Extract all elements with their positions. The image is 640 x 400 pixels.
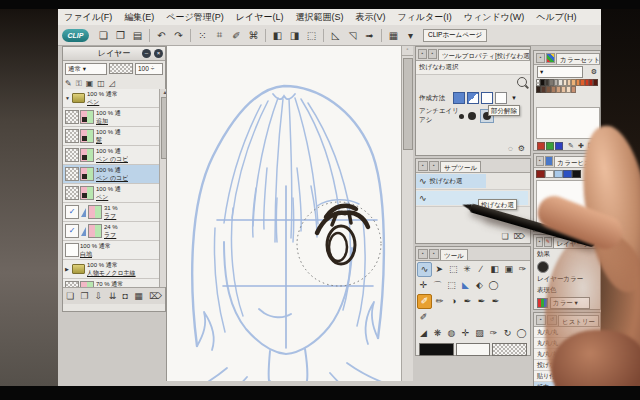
ruler-tool[interactable]: ◣ xyxy=(459,279,472,292)
layer-row[interactable]: 100 % 通髪 xyxy=(63,127,159,146)
layer-color-thumbnail[interactable] xyxy=(88,224,102,238)
color-swatch-transparent[interactable] xyxy=(492,343,527,356)
draft-check-icon[interactable]: ✓ xyxy=(65,205,79,219)
menu-item-4[interactable]: 選択範囲(S) xyxy=(289,11,349,24)
layer-thumbnail[interactable] xyxy=(65,186,79,200)
layer-row[interactable]: 100 % 通ペン のコピ xyxy=(63,146,159,165)
color-set-tab[interactable]: カラーセット xyxy=(556,53,600,64)
blend-tool[interactable]: ◍ xyxy=(445,327,458,340)
transform-icon[interactable]: ⌗ xyxy=(211,27,228,44)
tool-property-tab[interactable]: ツールプロパティ[投げなわ選択] xyxy=(438,49,530,60)
redo-icon[interactable]: ↷ xyxy=(170,27,187,44)
canvas-scroll-thumb[interactable] xyxy=(403,58,413,150)
clip-homepage-button[interactable]: CLIPホームページ xyxy=(423,29,487,42)
antialias-none-icon[interactable] xyxy=(459,114,464,119)
layer-color-thumbnail[interactable] xyxy=(80,148,94,162)
color-swatch-main[interactable] xyxy=(419,343,454,356)
deselect-icon[interactable]: ⁙ xyxy=(194,27,211,44)
layer-thumbnail[interactable] xyxy=(65,167,79,181)
custom-pen-tool[interactable]: ✐ xyxy=(417,311,430,324)
selection-tool[interactable]: ⬚ xyxy=(445,279,458,292)
transfer-icon[interactable]: ⇩ xyxy=(95,291,103,301)
select-source-icon[interactable]: ◫ xyxy=(97,79,105,88)
marker-tool[interactable]: ✐ xyxy=(417,294,432,309)
color-set-empty-list[interactable] xyxy=(536,107,600,139)
wrench-icon[interactable]: ⚙ xyxy=(591,68,597,76)
wrench-icon[interactable]: ⚙ xyxy=(518,144,525,153)
window-icon[interactable]: ▦ xyxy=(385,27,402,44)
edit-layer-icon[interactable]: ✎ xyxy=(65,79,72,88)
partial-clear-mode-icon[interactable] xyxy=(495,92,507,104)
merge-icon[interactable]: ⇊ xyxy=(109,291,117,301)
new-page-icon[interactable]: ❏ xyxy=(95,27,112,44)
menu-item-1[interactable]: 編集(E) xyxy=(118,11,160,24)
snap-ruler-icon[interactable]: ◺ xyxy=(327,27,344,44)
loupe-tool[interactable]: ◯ xyxy=(487,279,500,292)
add-color-icon[interactable]: ✚ xyxy=(578,142,584,150)
selection-launcher-icon[interactable]: ◌ xyxy=(508,144,513,153)
recent-color-swatch[interactable] xyxy=(537,142,545,150)
snap-perspective-icon[interactable]: ◹ xyxy=(344,27,361,44)
line-tool[interactable]: ∕ xyxy=(475,263,488,276)
history-color-swatch[interactable] xyxy=(572,170,581,178)
dock-icon[interactable]: ▪ xyxy=(536,237,543,247)
dock-icon[interactable]: ▪ xyxy=(536,156,544,166)
clip-logo[interactable]: CLIP xyxy=(62,29,89,42)
tool-panel-tab[interactable]: ツール xyxy=(440,249,468,260)
open-page-icon[interactable]: ❐ xyxy=(112,27,129,44)
menu-item-6[interactable]: フィルター(I) xyxy=(391,11,457,24)
ink-tool[interactable]: ◑ xyxy=(447,295,460,308)
undo-icon[interactable]: ↶ xyxy=(153,27,170,44)
pattern-swatch[interactable] xyxy=(109,63,133,74)
crosshair-tool[interactable]: ✛ xyxy=(417,279,430,292)
layer-row[interactable]: 100 % 通ペン のコピ xyxy=(63,165,159,184)
drawing-canvas[interactable] xyxy=(166,46,402,381)
layer-row[interactable]: ▶100 % 通常人物モノクロ主線 xyxy=(63,260,159,279)
pin-icon[interactable]: ➟ xyxy=(361,27,378,44)
gradient-tool[interactable]: ◧ xyxy=(488,263,501,276)
menu-item-8[interactable]: ヘルプ(H) xyxy=(530,11,582,24)
delete-layer-icon[interactable]: ⌦ xyxy=(149,291,162,301)
add-selection-mode-icon[interactable] xyxy=(467,92,479,104)
layer-thumbnail[interactable] xyxy=(65,110,79,124)
save-icon[interactable]: ▤ xyxy=(129,27,146,44)
layer-color-thumbnail[interactable] xyxy=(88,205,102,219)
color-swatch-sub[interactable] xyxy=(456,343,491,356)
text-tool[interactable]: ✑ xyxy=(487,327,500,340)
layer-color-thumbnail[interactable] xyxy=(80,186,94,200)
move-tool[interactable]: ➤ xyxy=(433,263,446,276)
rotate-tool[interactable]: ↻ xyxy=(501,327,514,340)
minimize-button[interactable]: – xyxy=(142,49,151,58)
maru-pen-tool[interactable]: ✒ xyxy=(475,295,488,308)
history-color-swatch[interactable] xyxy=(536,170,545,178)
ruler-visibility-icon[interactable]: ◿ xyxy=(109,79,115,88)
canvas-scrollbar[interactable]: ▫ xyxy=(401,46,413,381)
brush-tool[interactable]: ◢ xyxy=(417,327,430,340)
antialias-weak-icon[interactable] xyxy=(468,112,476,120)
recent-color-swatch[interactable] xyxy=(555,142,563,150)
layer-row[interactable]: ▼100 % 通常ペン xyxy=(63,89,159,108)
dropdown-arrow-icon[interactable]: ▾ xyxy=(402,27,419,44)
history-color-swatch[interactable] xyxy=(554,170,563,178)
layer-color-thumbnail[interactable] xyxy=(80,110,94,124)
history-color-swatch[interactable] xyxy=(563,170,572,178)
mask-icon[interactable]: ▦ xyxy=(134,291,143,301)
tone-tool[interactable]: ▨ xyxy=(473,327,486,340)
figure-tool[interactable]: ▣ xyxy=(502,263,515,276)
dock-icon[interactable]: ▪ xyxy=(418,249,428,259)
menu-item-5[interactable]: 表示(V) xyxy=(349,11,391,24)
copy-subtool-icon[interactable]: ❏ xyxy=(502,232,509,241)
menu-item-0[interactable]: ファイル(F) xyxy=(58,11,118,24)
new-selection-mode-icon[interactable] xyxy=(453,92,465,104)
scrollbar-collapse-button[interactable]: ▫ xyxy=(402,46,413,56)
menu-item-2[interactable]: ページ管理(P) xyxy=(160,11,229,24)
marquee-tool[interactable]: ⬚ xyxy=(447,263,460,276)
new-folder-icon[interactable]: ❐ xyxy=(81,291,89,301)
folder-expander[interactable]: ▼ xyxy=(65,95,72,101)
fill-icon[interactable]: ◘ xyxy=(123,291,128,301)
color-swatch[interactable] xyxy=(571,86,576,93)
layer-thumbnail[interactable] xyxy=(65,148,79,162)
magnifier-icon[interactable] xyxy=(517,77,527,87)
close-button[interactable]: × xyxy=(154,49,163,58)
pattern-tool[interactable]: ✛ xyxy=(459,327,472,340)
